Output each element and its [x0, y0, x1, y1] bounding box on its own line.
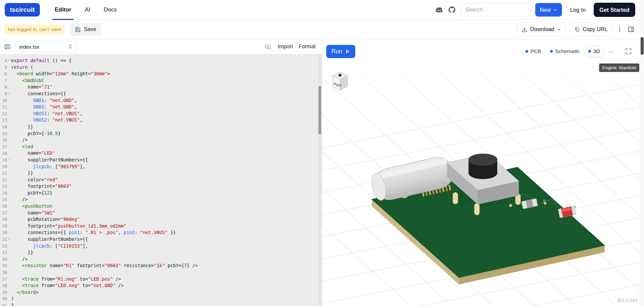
nav-tab-label: AI	[85, 6, 90, 13]
tab-pcb[interactable]: PCB	[521, 46, 545, 57]
code-text: supplierPartNumbers={{	[11, 236, 88, 243]
line-number: 38	[0, 282, 7, 289]
code-line[interactable]: 16 />	[0, 137, 322, 144]
code-line[interactable]: 41}	[0, 302, 322, 306]
panel-layout-button[interactable]	[627, 25, 635, 33]
code-line[interactable]: 35 <resistor name="R1" footprint="0603" …	[0, 262, 322, 269]
nav-tab-docs[interactable]: Docs	[97, 0, 124, 20]
code-line[interactable]: 12 VBUS1: "net.VBUS",	[0, 110, 322, 117]
line-number: 41	[0, 302, 7, 306]
code-line[interactable]: 11 GND2: "net.GND",	[0, 104, 322, 110]
download-icon	[522, 27, 527, 32]
fold-marker	[7, 302, 11, 306]
editor-scrollbar[interactable]	[318, 86, 321, 134]
fold-marker	[7, 150, 11, 157]
import-button[interactable]: Import	[278, 44, 293, 50]
focus-corners-icon	[625, 48, 632, 55]
code-line[interactable]: 25 />	[0, 196, 322, 203]
code-editor[interactable]: 4▾export default () => {5return (6 <boar…	[0, 54, 322, 306]
fold-marker	[7, 77, 11, 84]
code-line[interactable]: 7 <SmdUsbC	[0, 77, 322, 84]
view-more-button[interactable]	[605, 48, 617, 54]
get-started-button[interactable]: Get Started	[594, 3, 635, 17]
code-line[interactable]: 15 pcbY={-10.5}	[0, 130, 322, 137]
code-line[interactable]: 36	[0, 269, 322, 276]
github-icon[interactable]	[448, 6, 456, 14]
code-line[interactable]: 22 color="red"	[0, 177, 322, 183]
fold-marker[interactable]: ▾	[7, 57, 11, 64]
code-line[interactable]: 24 pcbY={12}	[0, 190, 322, 197]
new-button-label: New	[540, 7, 551, 13]
fit-view-button[interactable]	[625, 48, 632, 55]
navbar: tscircuit Editor AI Docs New	[0, 0, 644, 20]
line-number: 28	[0, 216, 7, 223]
code-line[interactable]: 29 footprint="pushbutton_id1.3mm_od2mm"	[0, 223, 322, 230]
code-line[interactable]: 4▾export default () => {	[0, 57, 322, 64]
code-line[interactable]: 20 jlcpcb: ["965799"],	[0, 163, 322, 170]
code-line[interactable]: 17 <led	[0, 144, 322, 150]
code-line[interactable]: 10 GND1: "net.GND",	[0, 97, 322, 104]
line-number: 8	[0, 84, 7, 91]
nav-tab-editor[interactable]: Editor	[48, 0, 78, 20]
code-line[interactable]: 40)	[0, 296, 322, 302]
code-line[interactable]: 18 name="LED"	[0, 150, 322, 157]
fold-marker	[7, 170, 11, 177]
download-button[interactable]: Download	[517, 23, 566, 36]
file-name: index.tsx	[19, 44, 39, 50]
code-line[interactable]: 32 jlcpcb: ["C110153"],	[0, 243, 322, 250]
logo[interactable]: tscircuit	[5, 3, 40, 17]
code-line[interactable]: 23 footprint="0603"	[0, 183, 322, 190]
code-line[interactable]: 19▾ supplierPartNumbers={{	[0, 157, 322, 163]
login-button[interactable]: Log In	[567, 7, 589, 13]
page-scrollbar-thumb[interactable]	[641, 37, 644, 55]
search-input[interactable]	[461, 3, 531, 17]
code-line[interactable]: 5return (	[0, 64, 322, 71]
code-text: <led	[11, 144, 33, 150]
code-text: name="LED"	[11, 150, 55, 157]
copy-url-button[interactable]: Copy URL	[570, 23, 612, 36]
viewport-3d[interactable]: R1 LED	[322, 39, 644, 306]
code-line[interactable]: 38 <trace from="LED.neg" to="net.GND" />	[0, 282, 322, 289]
view-mode-tabs: PCB Schematic 3D	[521, 46, 640, 57]
run-button[interactable]: Run	[326, 45, 355, 58]
line-number: 12	[0, 110, 7, 117]
tab-schematic[interactable]: Schematic	[546, 46, 584, 57]
code-text: }	[11, 302, 14, 306]
code-line[interactable]: 27 name="SW1"	[0, 210, 322, 216]
code-text: name="J1"	[11, 84, 52, 91]
fold-marker[interactable]: ▾	[7, 236, 11, 243]
more-options-button[interactable]	[616, 26, 623, 33]
code-line[interactable]: 9▾ connections={{	[0, 91, 322, 97]
format-button[interactable]: Format	[299, 44, 316, 50]
toggle-preview-button[interactable]	[264, 43, 272, 51]
code-line[interactable]: 21 }}	[0, 170, 322, 177]
code-line[interactable]: 8 name="J1"	[0, 84, 322, 91]
code-line[interactable]: 13 VBUS2: "net.VBUS",	[0, 117, 322, 124]
code-line[interactable]: 30 connections={{ pin1: ".R1 > .pos", pi…	[0, 229, 322, 236]
code-text: }}	[11, 170, 33, 177]
new-button[interactable]: New	[535, 3, 562, 17]
fold-marker	[7, 256, 11, 263]
code-line[interactable]: 6 <board width="12mm" height="30mm">	[0, 71, 322, 77]
code-text: footprint="pushbutton_id1.3mm_od2mm"	[11, 223, 126, 230]
collapse-sidebar-button[interactable]	[3, 43, 11, 51]
fold-marker[interactable]: ▾	[7, 91, 11, 97]
file-select[interactable]: index.tsx	[16, 41, 76, 52]
fold-marker[interactable]: ▾	[7, 157, 11, 163]
save-button[interactable]: Save	[70, 23, 101, 36]
code-line[interactable]: 28 pcbRotation="90deg"	[0, 216, 322, 223]
code-line[interactable]: 34 />	[0, 256, 322, 263]
code-line[interactable]: 39 </board>	[0, 289, 322, 296]
code-line[interactable]: 31▾ supplierPartNumbers={{	[0, 236, 322, 243]
code-line[interactable]: 26 <pushbutton	[0, 203, 322, 210]
tab-3d[interactable]: 3D	[584, 46, 604, 57]
code-line[interactable]: 14 }}	[0, 124, 322, 130]
discord-icon[interactable]	[435, 6, 443, 14]
code-line[interactable]: 37 <trace from="R1.neg" to="LED.pos" />	[0, 276, 322, 283]
line-number: 19	[0, 157, 7, 163]
orientation-cube[interactable]: Right	[329, 69, 351, 94]
code-line[interactable]: 33 }}	[0, 249, 322, 256]
code-text: </board>	[11, 289, 38, 296]
nav-tab-ai[interactable]: AI	[78, 0, 97, 20]
engine-badge: Engine: Manifold	[599, 63, 639, 72]
